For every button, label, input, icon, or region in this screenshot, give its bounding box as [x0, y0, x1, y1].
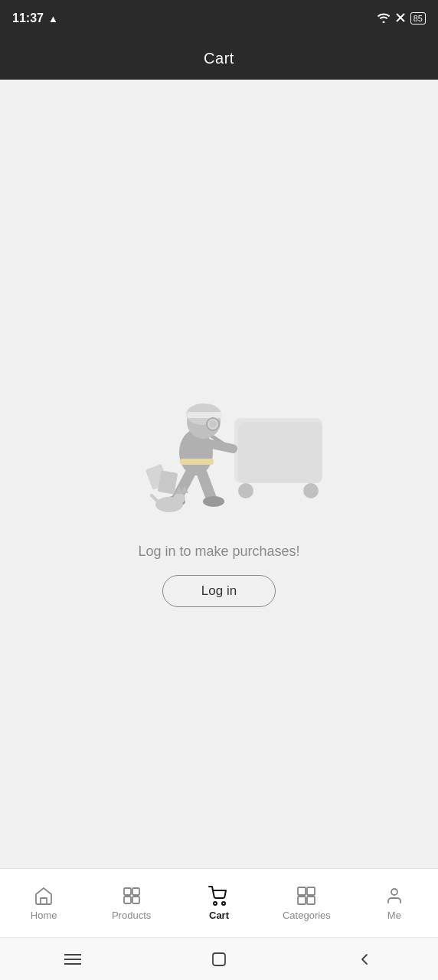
- svg-rect-18: [180, 459, 214, 465]
- nav-label-cart: Cart: [209, 910, 229, 921]
- svg-point-5: [238, 483, 253, 498]
- nav-item-categories[interactable]: Categories: [263, 879, 350, 927]
- products-icon: [121, 885, 142, 906]
- svg-rect-10: [187, 412, 222, 418]
- svg-point-16: [203, 496, 224, 507]
- nav-label-me: Me: [387, 910, 401, 921]
- wifi-icon: [377, 12, 391, 25]
- svg-point-36: [391, 889, 397, 895]
- nav-label-home: Home: [31, 910, 57, 921]
- svg-point-6: [303, 483, 319, 498]
- svg-rect-26: [124, 888, 131, 895]
- empty-cart-text: Log in to make purchases!: [138, 544, 299, 560]
- battery-level: 85: [413, 14, 423, 23]
- svg-point-30: [214, 902, 217, 905]
- nav-item-me[interactable]: Me: [351, 879, 438, 927]
- nav-label-products: Products: [112, 910, 151, 921]
- categories-icon: [296, 885, 317, 906]
- svg-line-23: [152, 495, 158, 501]
- nav-label-categories: Categories: [283, 910, 331, 921]
- status-left: 11:37 ▲: [12, 11, 58, 25]
- svg-rect-32: [298, 887, 306, 895]
- svg-rect-27: [132, 888, 139, 895]
- svg-line-17: [208, 443, 233, 449]
- system-nav-bar: [0, 937, 438, 980]
- bottom-navigation: Home Products Cart: [0, 868, 438, 937]
- page-title: Cart: [204, 50, 234, 67]
- svg-point-12: [209, 420, 217, 428]
- signal-x-icon: [395, 12, 406, 25]
- svg-rect-35: [307, 897, 315, 904]
- battery-icon: 85: [410, 12, 426, 24]
- cart-icon: [208, 885, 230, 906]
- svg-rect-34: [298, 897, 306, 904]
- status-bar: 11:37 ▲ 85: [0, 0, 438, 37]
- status-right: 85: [377, 12, 426, 25]
- home-gesture-button[interactable]: [205, 946, 233, 973]
- status-warning-icon: ▲: [48, 13, 58, 24]
- svg-rect-3: [234, 418, 322, 483]
- svg-rect-33: [307, 887, 315, 895]
- home-icon: [33, 885, 54, 906]
- profile-icon: [384, 885, 405, 906]
- svg-line-14: [202, 474, 211, 498]
- empty-cart-illustration: [96, 341, 342, 525]
- svg-point-31: [222, 902, 225, 905]
- menu-button[interactable]: [59, 946, 87, 973]
- login-button[interactable]: Log in: [162, 575, 276, 607]
- svg-rect-40: [213, 953, 225, 965]
- nav-item-products[interactable]: Products: [87, 879, 175, 927]
- status-time: 11:37: [12, 11, 44, 25]
- app-header: Cart: [0, 37, 438, 80]
- svg-point-22: [173, 493, 185, 504]
- nav-item-cart[interactable]: Cart: [175, 879, 263, 927]
- main-content: Log in to make purchases! Log in: [0, 80, 438, 868]
- svg-rect-29: [132, 897, 139, 903]
- nav-item-home[interactable]: Home: [0, 879, 87, 927]
- svg-rect-28: [124, 897, 131, 903]
- back-button[interactable]: [351, 946, 379, 973]
